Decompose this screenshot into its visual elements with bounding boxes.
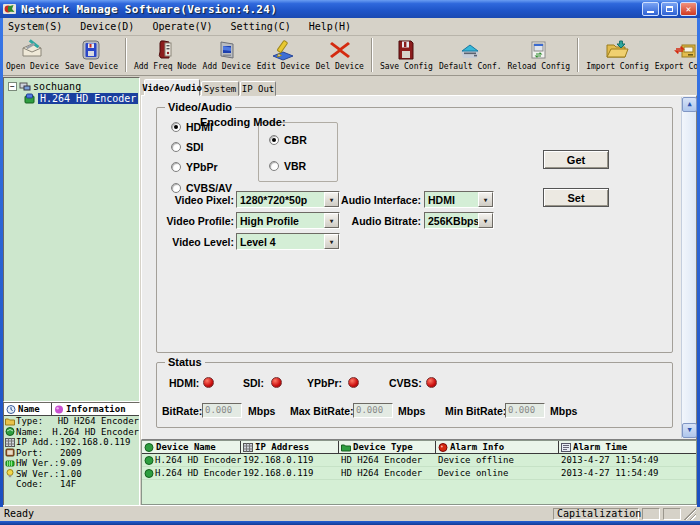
bitrate-unit: Mbps xyxy=(248,405,275,417)
alarm-table-header: Device Name IP Address Device Type Alarm… xyxy=(142,441,696,454)
source-option-sdi[interactable]: SDI xyxy=(171,141,204,153)
radio-cbr[interactable] xyxy=(269,135,279,145)
toolbar-del-device[interactable]: Del Device xyxy=(314,37,366,72)
encoding-option-cbr[interactable]: CBR xyxy=(269,134,307,146)
vertical-scrollbar[interactable]: ▲ ▼ xyxy=(681,97,696,438)
audio-interface-select[interactable]: HDMI ▼ xyxy=(424,191,494,208)
menu-setting[interactable]: Setting(C) xyxy=(231,21,291,32)
window-frame-left xyxy=(0,0,3,507)
maximize-button[interactable] xyxy=(661,2,678,16)
status-bar: Ready Capitalization xyxy=(0,505,700,521)
minimize-button[interactable] xyxy=(642,2,659,16)
video-profile-row: Video Profile: High Profile ▼ xyxy=(161,212,340,229)
video-audio-page: Video/Audio HDMI SDI YPbPr CVBS/AV Encod… xyxy=(141,95,697,440)
video-profile-select[interactable]: High Profile ▼ xyxy=(236,212,340,229)
menu-system[interactable]: System(S) xyxy=(8,21,62,32)
cvbs-status-label: CVBS: xyxy=(389,377,422,389)
toolbar-import-config[interactable]: Import Config xyxy=(584,37,651,72)
menu-operate[interactable]: Operate(V) xyxy=(152,21,212,32)
open-device-icon xyxy=(19,38,45,61)
chip-icon xyxy=(5,459,15,468)
radio-vbr[interactable] xyxy=(269,161,279,171)
tab-system[interactable]: System xyxy=(201,81,239,96)
set-button[interactable]: Set xyxy=(543,188,609,207)
save-config-icon xyxy=(393,38,419,61)
toolbar-open-device[interactable]: Open Device xyxy=(4,37,61,72)
toolbar-separator xyxy=(577,38,579,72)
titlebar: Network Manage Software(Version:4.24) ✕ xyxy=(0,0,700,18)
radio-sdi[interactable] xyxy=(171,142,181,152)
scroll-down-icon[interactable]: ▼ xyxy=(682,423,697,438)
tree-root-label[interactable]: sochuang xyxy=(33,81,81,92)
alarm-row[interactable]: H.264 HD Encoder 192.168.0.119 HD H264 E… xyxy=(142,467,696,480)
menu-device[interactable]: Device(D) xyxy=(80,21,134,32)
col-alarm-info[interactable]: Alarm Info xyxy=(436,441,559,453)
status-group: Status HDMI: SDI: YPbPr: CVBS: BitRate: … xyxy=(156,362,673,428)
toolbar-separator xyxy=(371,38,373,72)
reload-config-icon xyxy=(526,38,552,61)
col-device-name[interactable]: Device Name xyxy=(142,441,241,453)
toolbar-export-config[interactable]: Export Config xyxy=(653,37,700,72)
ip-grid-icon xyxy=(5,438,15,447)
import-config-icon xyxy=(604,38,630,61)
resize-grip[interactable] xyxy=(684,508,696,520)
radio-hdmi[interactable] xyxy=(171,122,181,132)
tree-encoder-label[interactable]: H.264 HD Encoder xyxy=(38,93,138,104)
video-pixel-select[interactable]: 1280*720*50p ▼ xyxy=(236,191,340,208)
info-row-type: Type: HD H264 Encoder xyxy=(4,416,139,427)
max-bitrate-field[interactable]: 0.000 xyxy=(353,403,393,418)
toolbar-add-device[interactable]: Add Device xyxy=(201,37,253,72)
video-level-select[interactable]: Level 4 ▼ xyxy=(236,233,340,250)
folder-icon xyxy=(5,417,15,426)
toolbar: Open Device Save Device Add Freq Node Ad… xyxy=(0,36,700,76)
scroll-up-icon[interactable]: ▲ xyxy=(682,97,697,112)
col-alarm-time[interactable]: Alarm Time xyxy=(559,441,696,453)
tab-ip-out[interactable]: IP Out xyxy=(240,81,276,96)
tree-collapse-icon[interactable]: − xyxy=(8,82,17,91)
min-bitrate-field[interactable]: 0.000 xyxy=(505,403,545,418)
toolbar-add-freq-node[interactable]: Add Freq Node xyxy=(132,37,199,72)
close-button[interactable]: ✕ xyxy=(680,2,697,16)
toolbar-reload-config[interactable]: Reload Config xyxy=(506,37,573,72)
tree-root-row[interactable]: − sochuang xyxy=(6,80,139,92)
save-device-icon xyxy=(78,38,104,61)
audio-bitrate-select[interactable]: 256KBbps ▼ xyxy=(424,212,494,229)
del-device-icon xyxy=(327,38,353,61)
hdmi-status-label: HDMI: xyxy=(169,377,199,389)
bitrate-field[interactable]: 0.000 xyxy=(202,403,242,418)
clock-icon xyxy=(6,405,16,414)
default-conf-icon xyxy=(457,38,483,61)
status-group-title: Status xyxy=(165,356,205,368)
window-title: Network Manage Software(Version:4.24) xyxy=(21,3,277,16)
toolbar-save-device[interactable]: Save Device xyxy=(63,37,120,72)
ypbpr-led xyxy=(348,377,359,388)
edit-device-icon xyxy=(270,38,296,61)
col-device-type[interactable]: Device Type xyxy=(339,441,436,453)
hdmi-led xyxy=(203,377,214,388)
toolbar-label: Export Config xyxy=(655,62,700,71)
col-ip-address[interactable]: IP Address xyxy=(241,441,339,453)
toolbar-save-config[interactable]: Save Config xyxy=(378,37,435,72)
cvbs-led xyxy=(426,377,437,388)
menubar: System(S) Device(D) Operate(V) Setting(C… xyxy=(0,18,700,36)
alarm-icon xyxy=(438,443,448,452)
encoding-mode-title: Encoding Mode: xyxy=(197,116,289,128)
alarm-row[interactable]: H.264 HD Encoder 192.168.0.119 HD H264 E… xyxy=(142,454,696,467)
minimize-icon xyxy=(647,11,654,13)
encoding-option-vbr[interactable]: VBR xyxy=(269,160,306,172)
get-button[interactable]: Get xyxy=(543,150,609,169)
menu-help[interactable]: Help(H) xyxy=(309,21,351,32)
toolbar-default-conf[interactable]: Default Conf. xyxy=(437,37,504,72)
info-header-name[interactable]: Name xyxy=(18,404,40,414)
audio-bitrate-row: Audio Bitrate: 256KBbps ▼ xyxy=(337,212,494,229)
tab-video-audio[interactable]: Video/Audio xyxy=(144,79,200,96)
source-option-ypbpr[interactable]: YPbPr xyxy=(171,161,218,173)
radio-ypbpr[interactable] xyxy=(171,162,181,172)
tree-item-encoder[interactable]: H.264 HD Encoder xyxy=(24,92,139,104)
window-frame-bottom xyxy=(0,521,700,525)
info-row-sw: SW Ver.: 1.00 xyxy=(4,469,139,480)
info-header-information[interactable]: Information xyxy=(66,404,126,414)
port-book-icon xyxy=(5,448,15,457)
folder-icon xyxy=(341,443,351,452)
toolbar-edit-device[interactable]: Edit Device xyxy=(255,37,312,72)
